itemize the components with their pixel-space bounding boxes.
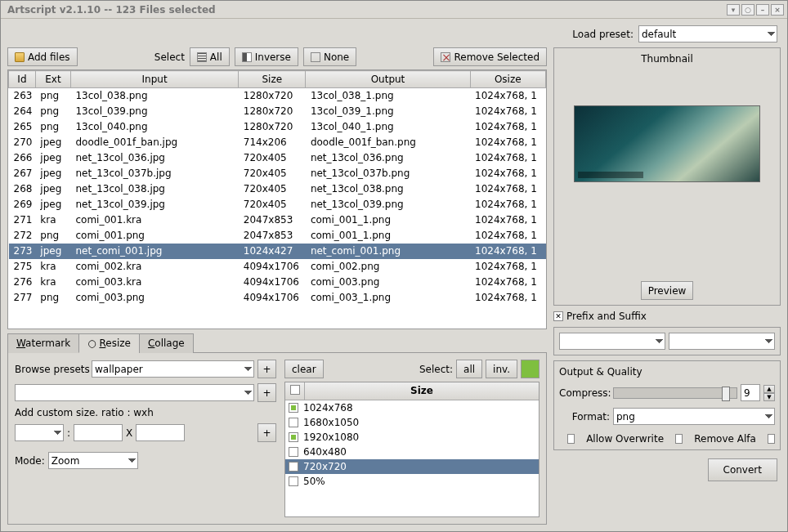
width-input[interactable] (74, 424, 123, 441)
select-none-button[interactable]: None (303, 47, 356, 66)
content-area: Load preset: default Add files Select Al… (1, 19, 787, 531)
remove-alfa-label: Remove Alfa (694, 433, 756, 445)
load-preset-label: Load preset: (572, 29, 634, 40)
load-preset-select[interactable]: default (638, 25, 777, 42)
compress-value[interactable] (741, 384, 760, 401)
thumbnail-image (574, 105, 760, 182)
table-row[interactable]: 273jpegnet_comi_001.jpg1024x427net_comi_… (9, 244, 546, 259)
size-row[interactable]: 640x480 (285, 445, 539, 459)
size-row[interactable]: 1920x1080 (285, 430, 539, 445)
custom-add-button[interactable]: + (257, 423, 276, 442)
table-row[interactable]: 267jpegnet_13col_037b.jpg720x405net_13co… (9, 166, 546, 181)
table-row[interactable]: 269jpegnet_13col_039.jpg720x405net_13col… (9, 197, 546, 212)
compress-label: Compress: (559, 387, 610, 399)
output-quality-title: Output & Quality (559, 366, 775, 378)
allow-overwrite-checkbox[interactable] (567, 434, 575, 444)
clear-sizes-button[interactable]: clear (284, 360, 324, 378)
roll-up-icon[interactable]: ○ (741, 4, 754, 16)
size-inv-button[interactable]: inv. (486, 360, 517, 378)
size-label: 1680x1050 (303, 417, 359, 428)
size-row[interactable]: 1680x1050 (285, 415, 539, 430)
table-row[interactable]: 264png13col_039.png1280x72013col_039_1.p… (9, 104, 546, 119)
size-row[interactable]: 1024x768 (285, 400, 539, 415)
compress-slider[interactable] (613, 387, 737, 399)
preset-secondary-select[interactable] (15, 384, 254, 401)
size-header[interactable]: Size (305, 382, 539, 400)
col-input[interactable]: Input (70, 71, 238, 88)
size-checkbox[interactable] (289, 418, 298, 427)
mode-label: Mode: (15, 455, 45, 467)
preset-add-button[interactable]: + (257, 360, 276, 378)
prefix-select[interactable] (559, 333, 665, 350)
size-row[interactable]: 50% (285, 474, 539, 489)
select-label: Select (154, 51, 185, 63)
size-list[interactable]: Size 1024x7681680x10501920x1080640x48072… (284, 382, 540, 517)
col-size[interactable]: Size (239, 71, 306, 88)
format-select[interactable]: png (613, 408, 775, 425)
file-table[interactable]: Id Ext Input Size Output Osize 263png13c… (8, 70, 546, 306)
table-row[interactable]: 271kracomi_001.kra2047x853comi_001_1.png… (9, 212, 546, 228)
table-row[interactable]: 275kracomi_002.kra4094x1706comi_002.png1… (9, 259, 546, 275)
tab-resize[interactable]: ○ Resize (78, 333, 140, 353)
table-row[interactable]: 270jpegdoodle_001f_ban.jpg714x206doodle_… (9, 135, 546, 150)
app-window: Artscript v2.1.10 -- 123 Files selected … (0, 0, 788, 532)
minimize-icon[interactable]: – (756, 4, 769, 16)
table-row[interactable]: 272pngcomi_001.png2047x853comi_001_1.png… (9, 228, 546, 244)
col-output[interactable]: Output (306, 71, 470, 88)
prefix-suffix-header: Prefix and Suffix (553, 311, 781, 322)
remove-alfa-checkbox[interactable] (675, 434, 683, 444)
suffix-select[interactable] (669, 333, 775, 350)
mode-select[interactable]: Zoom (48, 452, 138, 469)
select-all-button[interactable]: All (190, 47, 230, 66)
table-row[interactable]: 265png13col_040.png1280x72013col_040_1.p… (9, 119, 546, 135)
compress-up[interactable]: ▲ (763, 385, 775, 393)
thumbnail-title: Thumbnail (641, 53, 692, 65)
window-title: Artscript v2.1.10 -- 123 Files selected (4, 4, 725, 16)
preset-add2-button[interactable]: + (257, 383, 276, 402)
size-checkbox[interactable] (289, 476, 298, 486)
height-input[interactable] (136, 424, 185, 441)
close-icon[interactable]: × (771, 4, 784, 16)
size-checkbox[interactable] (289, 462, 298, 472)
prefix-suffix-checkbox[interactable] (553, 311, 563, 321)
browse-presets-label: Browse presets (15, 364, 88, 375)
format-label: Format: (559, 411, 610, 422)
tab-watermark[interactable]: Watermark (7, 333, 79, 353)
size-checkbox[interactable] (289, 432, 298, 442)
table-row[interactable]: 268jpegnet_13col_038.jpg720x405net_13col… (9, 181, 546, 197)
preview-button[interactable]: Preview (641, 281, 694, 300)
title-bar[interactable]: Artscript v2.1.10 -- 123 Files selected … (1, 1, 787, 19)
colon: : (67, 427, 70, 439)
add-files-button[interactable]: Add files (7, 47, 78, 66)
size-on-button[interactable] (521, 360, 540, 378)
table-row[interactable]: 266jpegnet_13col_036.jpg720x405net_13col… (9, 150, 546, 166)
size-checkbox[interactable] (289, 403, 298, 413)
prefix-suffix-label: Prefix and Suffix (566, 311, 647, 322)
size-label: 50% (303, 476, 325, 487)
remove-selected-button[interactable]: Remove Selected (433, 47, 547, 66)
folder-icon (15, 52, 25, 62)
col-osize[interactable]: Osize (470, 71, 545, 88)
col-ext[interactable]: Ext (35, 71, 70, 88)
size-check-all[interactable] (290, 385, 300, 395)
file-table-scroll[interactable]: Id Ext Input Size Output Osize 263png13c… (8, 70, 546, 329)
size-label: 720x720 (303, 461, 347, 472)
tab-collage[interactable]: Collage (139, 333, 194, 353)
extra-checkbox[interactable] (768, 434, 775, 444)
size-all-button[interactable]: all (456, 360, 482, 378)
thumbnail-panel: Thumbnail Preview (553, 47, 781, 306)
col-id[interactable]: Id (9, 71, 36, 88)
browse-presets-select[interactable]: wallpaper (92, 360, 254, 378)
none-icon (311, 52, 320, 62)
ratio-select[interactable] (15, 424, 64, 441)
convert-button[interactable]: Convert (708, 458, 777, 481)
table-row[interactable]: 276kracomi_003.kra4094x1706comi_003.png1… (9, 275, 546, 290)
size-checkbox[interactable] (289, 447, 298, 457)
allow-overwrite-label: Allow Overwrite (586, 433, 664, 445)
compress-down[interactable]: ▼ (763, 393, 775, 401)
table-row[interactable]: 277pngcomi_003.png4094x1706comi_003_1.pn… (9, 290, 546, 306)
table-row[interactable]: 263png13col_038.png1280x72013col_038_1.p… (9, 88, 546, 104)
dropdown-window-icon[interactable]: ▾ (727, 4, 740, 16)
size-row[interactable]: 720x720 (285, 459, 539, 474)
select-inverse-button[interactable]: Inverse (235, 47, 298, 66)
